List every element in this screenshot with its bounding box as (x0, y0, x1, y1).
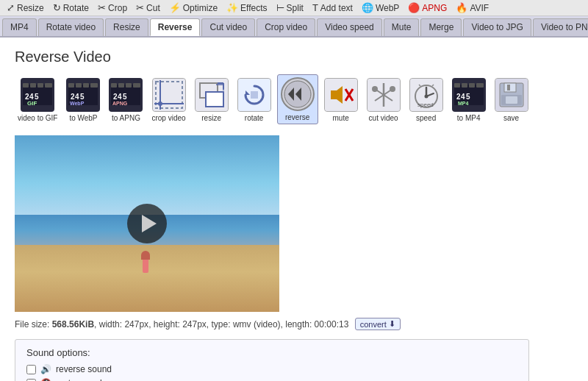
to-mp4-icon: 2 4 5 MP4 (452, 78, 486, 112)
tool-video-to-gif[interactable]: 2 4 5 GIF video to GIF (15, 76, 60, 124)
menu-resize-label: Resize (17, 3, 44, 13)
tab-cut-video[interactable]: Cut video (201, 18, 255, 36)
svg-rect-45 (251, 91, 258, 99)
svg-text:4: 4 (75, 93, 79, 101)
video-player[interactable] (15, 135, 279, 312)
tool-reverse[interactable]: reverse (277, 74, 318, 124)
menu-avif-label: AVIF (470, 3, 489, 13)
svg-rect-72 (469, 83, 475, 88)
menu-apng-label: APNG (422, 3, 447, 13)
tool-cut-video[interactable]: cut video (364, 76, 404, 124)
menu-cut[interactable]: ✂ Cut (132, 1, 164, 14)
width-label: , width: (94, 319, 124, 330)
menu-apng[interactable]: 🔴 APNG (404, 1, 451, 14)
tool-crop-video-label: crop video (151, 114, 185, 122)
svg-rect-33 (153, 79, 185, 111)
menu-add-text[interactable]: T Add text (309, 1, 356, 14)
tab-bar: MP4 Rotate video Resize Reverse Cut vide… (0, 16, 588, 38)
resize-icon (195, 78, 229, 112)
length-value: 00:00:13 (315, 319, 349, 330)
tab-merge[interactable]: Merge (420, 18, 462, 36)
svg-text:MP4: MP4 (458, 101, 469, 106)
play-button[interactable] (127, 204, 167, 243)
svg-text:APNG: APNG (112, 101, 128, 106)
menu-split-label: Split (287, 3, 304, 13)
tool-rotate-label: rotate (245, 114, 264, 122)
tool-to-webp[interactable]: 2 4 5 WebP to WebP (63, 76, 103, 124)
reverse-sound-label[interactable]: reverse sound (56, 364, 112, 374)
tab-video-to-jpg[interactable]: Video to JPG (463, 18, 531, 36)
top-menu-bar: ⤢ Resize ↻ Rotate ✂ Crop ✂ Cut ⚡ Optimiz… (0, 0, 588, 16)
svg-rect-13 (68, 83, 74, 88)
svg-rect-84 (506, 96, 517, 104)
menu-resize[interactable]: ⤢ Resize (3, 1, 48, 14)
tab-video-speed[interactable]: Video speed (317, 18, 382, 36)
menu-split[interactable]: ⊢ Split (273, 1, 307, 14)
speed-icon: speed (409, 78, 443, 112)
svg-rect-2 (23, 83, 29, 88)
menu-crop[interactable]: ✂ Crop (94, 1, 131, 14)
tab-video-to-png[interactable]: Video to PNG (533, 18, 588, 36)
split-menu-icon: ⊢ (276, 2, 284, 13)
tool-video-to-gif-label: video to GIF (18, 114, 57, 122)
tool-resize[interactable]: resize (192, 76, 232, 124)
length-label: , length: (281, 319, 315, 330)
menu-avif[interactable]: 🔥 AVIF (452, 1, 492, 14)
svg-rect-24 (111, 83, 117, 88)
save-icon (495, 78, 528, 112)
svg-text:WebP: WebP (70, 101, 85, 106)
tool-crop-video[interactable]: crop video (148, 76, 188, 124)
tool-mute[interactable]: mute (321, 76, 361, 124)
svg-rect-82 (507, 85, 510, 90)
menu-crop-label: Crop (108, 3, 127, 13)
svg-rect-40 (206, 92, 223, 107)
sound-options-title: Sound options: (26, 347, 517, 358)
tool-rotate[interactable]: rotate (234, 76, 274, 124)
tool-to-mp4[interactable]: 2 4 5 MP4 to MP4 (449, 76, 489, 124)
crop-menu-icon: ✂ (98, 2, 106, 13)
apng-menu-icon: 🔴 (408, 2, 420, 13)
menu-optimize-label: Optimize (183, 3, 218, 13)
tool-cut-video-label: cut video (369, 114, 398, 122)
menu-webp[interactable]: 🌐 WebP (358, 1, 403, 14)
tab-reverse[interactable]: Reverse (150, 18, 201, 36)
effects-menu-icon: ✨ (226, 2, 238, 13)
tool-to-apng-label: to APNG (112, 114, 140, 122)
convert-button[interactable]: convert ⬇ (355, 318, 401, 330)
tool-speed-label: speed (416, 114, 436, 122)
tool-speed[interactable]: speed speed (406, 76, 446, 124)
svg-point-59 (390, 86, 395, 92)
tab-crop-video[interactable]: Crop video (257, 18, 315, 36)
mute-sound-checkbox[interactable] (26, 379, 36, 382)
tab-mp4[interactable]: MP4 (2, 18, 37, 36)
avif-menu-icon: 🔥 (456, 2, 467, 13)
convert-label: convert (360, 320, 387, 329)
reverse-sound-icon: 🔊 (40, 364, 51, 374)
mute-sound-label[interactable]: mute sound (56, 378, 102, 381)
svg-rect-16 (90, 83, 98, 88)
tab-mute[interactable]: Mute (384, 18, 420, 36)
menu-optimize[interactable]: ⚡ Optimize (165, 1, 221, 14)
height-value: 247px (182, 319, 207, 330)
svg-rect-15 (83, 83, 89, 88)
svg-rect-5 (45, 83, 52, 88)
video-sky (15, 135, 279, 215)
page-title: Reverse Video (15, 49, 573, 65)
svg-text:5: 5 (123, 93, 127, 101)
reverse-sound-checkbox[interactable] (26, 365, 36, 374)
menu-effects[interactable]: ✨ Effects (223, 1, 270, 14)
tab-rotate-video[interactable]: Rotate video (38, 18, 104, 36)
rotate-icon (237, 78, 271, 112)
cut-video-icon (367, 78, 401, 112)
tool-save[interactable]: save (492, 76, 531, 124)
optimize-menu-icon: ⚡ (169, 2, 181, 13)
type-value: wmv (video) (233, 319, 281, 330)
svg-rect-27 (133, 83, 140, 88)
to-webp-icon: 2 4 5 WebP (66, 78, 100, 112)
tool-mute-label: mute (332, 114, 348, 122)
tab-resize[interactable]: Resize (105, 18, 148, 36)
tool-to-apng[interactable]: 2 4 5 APNG to APNG (106, 76, 146, 124)
svg-point-64 (424, 95, 428, 99)
svg-text:GIF: GIF (27, 100, 37, 107)
menu-rotate[interactable]: ↻ Rotate (49, 1, 93, 14)
